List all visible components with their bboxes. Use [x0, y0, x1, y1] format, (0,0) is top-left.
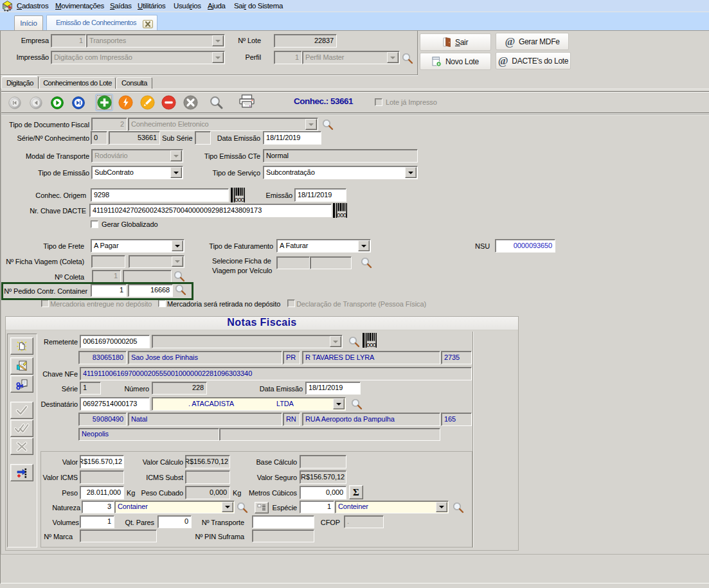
svg-text:000: 000	[337, 211, 347, 218]
svg-text:000: 000	[366, 341, 377, 348]
svg-text:000: 000	[235, 196, 245, 202]
